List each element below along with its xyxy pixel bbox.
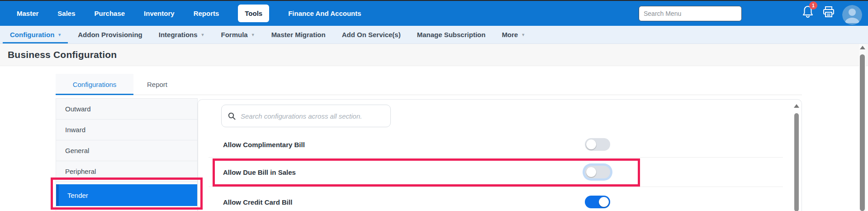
toggle-allow-credit-card-bill[interactable] — [585, 196, 610, 208]
sidebar-item-inward[interactable]: Inward — [56, 120, 197, 140]
chevron-down-icon: ▼ — [251, 32, 255, 37]
subnav-item-master-migration[interactable]: Master Migration — [271, 31, 326, 38]
toggle-allow-due-bill-in-sales[interactable] — [585, 166, 610, 178]
toggle-knob — [586, 139, 596, 149]
subnav-label: Master Migration — [271, 31, 326, 38]
sidebar-item-outward[interactable]: Outward — [56, 99, 197, 120]
nav-item-tools[interactable]: Tools — [238, 5, 269, 22]
page-title: Business Configuration — [8, 49, 117, 60]
setting-label: Allow Credit Card Bill — [223, 198, 292, 206]
chevron-down-icon: ▼ — [57, 32, 62, 37]
user-avatar[interactable] — [842, 5, 862, 25]
subnav-item-formula[interactable]: Formula ▼ — [221, 31, 255, 38]
notification-count-badge: 1 — [809, 1, 817, 10]
nav-item-reports[interactable]: Reports — [194, 10, 219, 17]
subnav-item-configuration[interactable]: Configuration ▼ — [10, 31, 62, 38]
setting-label: Allow Due Bill in Sales — [223, 168, 296, 176]
config-search-input[interactable] — [241, 112, 384, 120]
tab-bar: Configurations Report — [56, 74, 802, 95]
page-scrollbar-thumb[interactable] — [860, 54, 865, 211]
subnav-label: Add On Service(s) — [342, 31, 401, 38]
notifications-button[interactable]: 1 — [802, 5, 816, 21]
scroll-up-arrow-icon[interactable] — [794, 104, 799, 108]
subnav-item-add-on-services[interactable]: Add On Service(s) — [342, 31, 401, 38]
config-row-allow-credit-card-bill: Allow Credit Card Bill — [209, 187, 783, 211]
chevron-down-icon: ▼ — [201, 32, 205, 37]
subnav-item-more[interactable]: More ▼ — [502, 31, 525, 38]
page-scrollbar[interactable] — [859, 44, 866, 211]
page-header: Business Configuration — [0, 44, 868, 66]
subnav-item-integrations[interactable]: Integrations ▼ — [159, 31, 205, 38]
nav-item-inventory[interactable]: Inventory — [144, 10, 175, 17]
chevron-down-icon: ▼ — [521, 32, 525, 37]
subnav-label: Addon Provisioning — [78, 31, 142, 38]
sidebar-item-general[interactable]: General — [56, 140, 197, 161]
subnav-item-manage-subscription[interactable]: Manage Subscription — [417, 31, 486, 38]
nav-item-sales[interactable]: Sales — [57, 10, 75, 17]
config-row-allow-due-bill-in-sales: Allow Due Bill in Sales — [209, 158, 783, 187]
active-subnav-underline — [3, 42, 68, 43]
sidebar-item-tender[interactable]: Tender — [56, 184, 197, 206]
config-rows: Allow Complimentary Bill Allow Due Bill … — [209, 132, 783, 211]
configurations-panel: Allow Complimentary Bill Allow Due Bill … — [198, 99, 802, 211]
user-icon — [842, 5, 862, 25]
nav-item-master[interactable]: Master — [17, 10, 38, 17]
tab-report[interactable]: Report — [133, 74, 181, 95]
subnav-label: Configuration — [10, 31, 54, 38]
nav-item-finance-and-accounts[interactable]: Finance And Accounts — [288, 10, 361, 17]
active-tab-underline — [56, 94, 133, 95]
nav-item-purchase[interactable]: Purchase — [95, 10, 125, 17]
search-icon — [228, 112, 236, 120]
subnav-label: Integrations — [159, 31, 198, 38]
toggle-knob — [599, 197, 609, 207]
config-row-allow-complimentary-bill: Allow Complimentary Bill — [209, 132, 783, 158]
subnav-label: Formula — [221, 31, 248, 38]
sidebar-item-peripheral[interactable]: Peripheral — [56, 161, 197, 182]
panel-scrollbar-thumb[interactable] — [794, 113, 799, 211]
print-button[interactable] — [822, 5, 836, 21]
printer-icon — [822, 5, 836, 19]
subnav-item-addon-provisioning[interactable]: Addon Provisioning — [78, 31, 142, 38]
secondary-navbar: Configuration ▼ Addon Provisioning Integ… — [0, 26, 868, 44]
setting-label: Allow Complimentary Bill — [223, 141, 305, 149]
subnav-label: More — [502, 31, 518, 38]
toggle-allow-complimentary-bill[interactable] — [585, 138, 610, 151]
subnav-label: Manage Subscription — [417, 31, 486, 38]
panel-scrollbar[interactable] — [794, 102, 799, 211]
app-window: Master Sales Purchase Inventory Reports … — [0, 0, 868, 211]
config-search-box — [221, 105, 391, 127]
scroll-up-arrow-icon[interactable] — [860, 46, 865, 49]
toggle-knob — [586, 167, 596, 177]
search-menu-input[interactable] — [639, 6, 742, 21]
config-section-list: Outward Inward General Peripheral Tender — [56, 98, 198, 211]
tab-configurations[interactable]: Configurations — [56, 74, 133, 95]
